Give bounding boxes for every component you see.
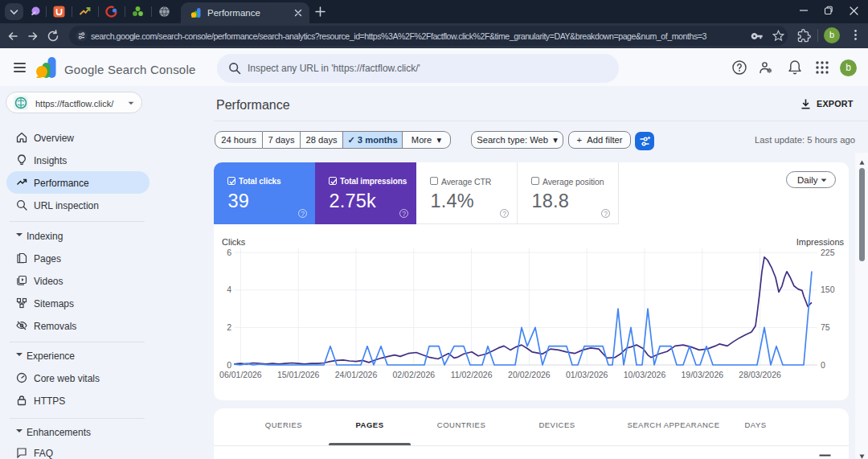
svg-text:06/01/2026: 06/01/2026 <box>219 370 262 379</box>
svg-text:2: 2 <box>227 322 231 332</box>
svg-text:28/03/2026: 28/03/2026 <box>739 370 781 379</box>
svg-text:4: 4 <box>227 285 231 294</box>
svg-text:225: 225 <box>821 248 835 257</box>
svg-text:15/01/2026: 15/01/2026 <box>277 370 320 379</box>
svg-text:01/03/2026: 01/03/2026 <box>566 370 608 379</box>
svg-text:150: 150 <box>821 285 835 294</box>
svg-text:19/03/2026: 19/03/2026 <box>682 370 724 379</box>
svg-text:11/02/2026: 11/02/2026 <box>451 370 493 379</box>
svg-text:Clicks: Clicks <box>222 237 246 247</box>
svg-text:20/02/2026: 20/02/2026 <box>508 370 551 379</box>
svg-text:6: 6 <box>227 248 231 257</box>
svg-text:75: 75 <box>821 322 830 332</box>
svg-text:0: 0 <box>821 360 825 370</box>
svg-text:Impressions: Impressions <box>796 237 845 247</box>
svg-text:24/01/2026: 24/01/2026 <box>335 370 378 379</box>
svg-text:0: 0 <box>227 360 231 370</box>
svg-text:10/03/2026: 10/03/2026 <box>624 370 666 379</box>
svg-text:02/02/2026: 02/02/2026 <box>393 370 436 379</box>
